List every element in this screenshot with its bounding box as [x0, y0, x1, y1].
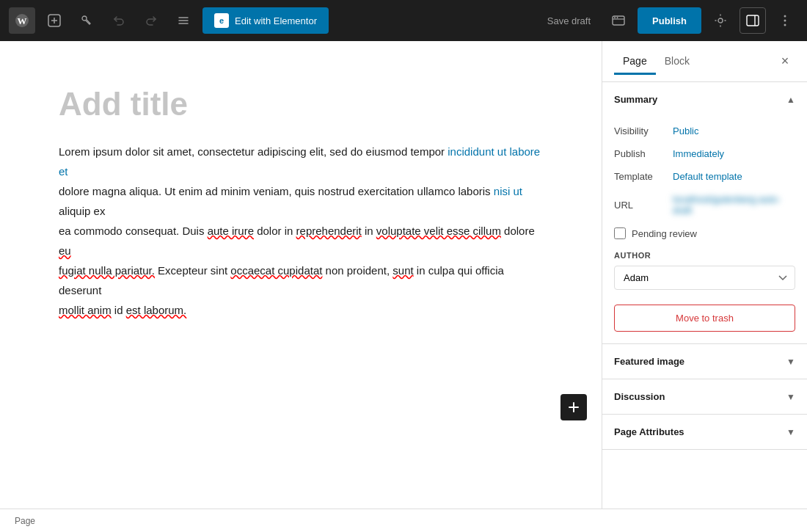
template-label: Template — [614, 171, 673, 182]
summary-section-header[interactable]: Summary ▲ — [602, 82, 807, 117]
content-link2: nisi ut — [494, 185, 522, 197]
undo-button[interactable] — [106, 7, 132, 34]
elementor-button-label: Edit with Elementor — [235, 15, 317, 26]
svg-point-10 — [614, 17, 616, 18]
pending-review-row: Pending review — [614, 222, 795, 245]
page-attributes-chevron-icon: ▼ — [786, 427, 795, 437]
squiggly-9: est laborum. — [126, 304, 187, 316]
sidebar: Page Block × Summary ▲ Visibility Public… — [602, 41, 807, 509]
url-value[interactable]: localhost/gutenberg auto-draft — [673, 194, 795, 216]
settings-button[interactable] — [707, 7, 734, 34]
svg-point-14 — [784, 15, 786, 18]
squiggly-7: sunt — [392, 264, 413, 277]
publish-value[interactable]: Immediately — [673, 148, 724, 159]
summary-section: Summary ▲ Visibility Public Publish Imme… — [602, 82, 807, 344]
page-attributes-header[interactable]: Page Attributes ▼ — [602, 415, 807, 449]
wp-logo[interactable]: W — [9, 7, 35, 34]
add-block-toolbar-button[interactable] — [41, 7, 67, 34]
template-value[interactable]: Default template — [673, 171, 742, 182]
edit-with-elementor-button[interactable]: e Edit with Elementor — [202, 7, 329, 34]
squiggly-1: aute irure — [208, 225, 254, 237]
featured-image-section: Featured image ▼ — [602, 344, 807, 379]
main-area: Lorem ipsum dolor sit amet, consectetur … — [0, 41, 807, 509]
squiggly-8: mollit anim — [59, 304, 112, 316]
page-attributes-title: Page Attributes — [614, 426, 684, 437]
author-select[interactable]: Adam — [614, 266, 795, 290]
pending-review-label[interactable]: Pending review — [632, 228, 697, 239]
tab-page[interactable]: Page — [614, 49, 656, 75]
featured-image-header[interactable]: Featured image ▼ — [602, 344, 807, 379]
svg-point-15 — [784, 20, 786, 22]
tools-button[interactable] — [73, 7, 100, 34]
svg-rect-12 — [747, 15, 759, 26]
squiggly-3: voluptate velit esse cillum — [376, 225, 501, 237]
discussion-header[interactable]: Discussion ▼ — [602, 379, 807, 414]
status-bar-label: Page — [15, 516, 35, 526]
discussion-section: Discussion ▼ — [602, 379, 807, 415]
author-section-label: AUTHOR — [614, 251, 795, 260]
url-row: URL localhost/gutenberg auto-draft — [614, 188, 795, 222]
summary-chevron-icon: ▲ — [786, 95, 795, 105]
svg-point-11 — [617, 17, 618, 18]
featured-image-title: Featured image — [614, 356, 684, 367]
summary-title: Summary — [614, 94, 657, 105]
svg-text:W: W — [18, 15, 27, 26]
squiggly-2: reprehenderit — [296, 225, 362, 237]
page-attributes-section: Page Attributes ▼ — [602, 415, 807, 450]
url-label: URL — [614, 200, 673, 211]
sidebar-toggle-button[interactable] — [740, 7, 766, 34]
author-section: AUTHOR Adam — [614, 245, 795, 296]
visibility-row: Visibility Public — [614, 120, 795, 142]
preview-button[interactable] — [605, 7, 632, 34]
status-bar: Page — [0, 509, 807, 532]
tab-block[interactable]: Block — [656, 49, 698, 75]
squiggly-4: eu — [59, 244, 71, 257]
pending-review-checkbox[interactable] — [614, 227, 626, 239]
more-options-button[interactable] — [772, 7, 798, 34]
discussion-title: Discussion — [614, 391, 665, 402]
add-block-inline-button[interactable] — [560, 394, 587, 420]
publish-row: Publish Immediately — [614, 142, 795, 165]
svg-point-16 — [784, 24, 786, 26]
featured-image-chevron-icon: ▼ — [786, 357, 795, 367]
redo-button[interactable] — [138, 7, 164, 34]
summary-section-body: Visibility Public Publish Immediately Te… — [602, 117, 807, 343]
template-row: Template Default template — [614, 165, 795, 188]
visibility-label: Visibility — [614, 125, 673, 136]
post-content[interactable]: Lorem ipsum dolor sit amet, consectetur … — [59, 142, 543, 320]
squiggly-6: occaecat cupidatat — [230, 264, 322, 277]
visibility-value[interactable]: Public — [673, 125, 698, 136]
post-title-input[interactable] — [59, 85, 543, 124]
squiggly-5: fugiat nulla pariatur. — [59, 264, 155, 277]
publish-button[interactable]: Publish — [638, 7, 701, 34]
discussion-chevron-icon: ▼ — [786, 392, 795, 402]
list-view-button[interactable] — [170, 7, 197, 34]
save-draft-button[interactable]: Save draft — [538, 15, 599, 26]
main-toolbar: W e Ed — [0, 0, 807, 41]
sidebar-close-button[interactable]: × — [775, 51, 795, 72]
publish-label: Publish — [614, 148, 673, 159]
sidebar-header: Page Block × — [602, 41, 807, 82]
content-link: incididunt ut labore et — [59, 145, 540, 178]
elementor-icon: e — [214, 13, 229, 28]
editor-area: Lorem ipsum dolor sit amet, consectetur … — [0, 41, 602, 509]
move-to-trash-button[interactable]: Move to trash — [614, 305, 795, 332]
